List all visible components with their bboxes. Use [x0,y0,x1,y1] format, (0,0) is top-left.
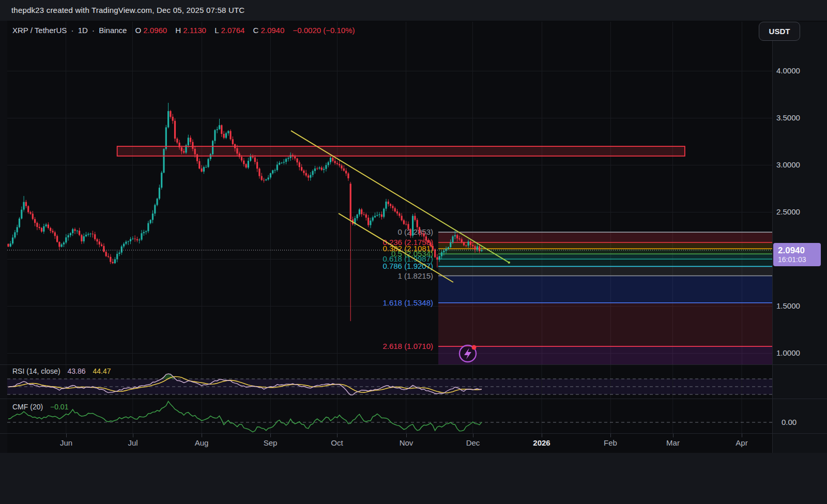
trendline [339,213,453,282]
cmf-pane[interactable] [0,399,827,433]
time-axis-tick [610,434,611,437]
time-axis-label: Sep [264,438,278,447]
time-axis-tick [337,434,338,437]
pane-separator[interactable] [0,399,827,399]
time-axis-tick [66,434,67,437]
footer: TradingView [0,453,827,504]
time-axis-label: Nov [400,438,414,447]
low-letter: L [215,26,219,35]
price-axis-label: 3.5000 [776,113,800,122]
high-letter: H [175,26,181,35]
bar-countdown: 16:01:03 [778,255,821,264]
fib-level-label: 1.618 (1.5348) [382,298,433,307]
rsi-name[interactable]: RSI (14, close) [12,367,60,375]
separator-dot: · [92,26,95,35]
supply-zone [117,146,685,156]
lightning-reaction-icon[interactable] [460,345,477,362]
cmf-indicator-legend[interactable]: CMF (20) −0.01 [12,403,68,411]
price-axis-label: 1.5000 [776,301,800,310]
symbol-name[interactable]: XRP / TetherUS [12,26,67,35]
interval-label[interactable]: 1D [78,26,88,35]
open-letter: O [135,26,142,35]
time-axis-label: Oct [331,438,343,447]
tradingview-screenshot: thepdk23 created with TradingView.com, D… [0,0,827,504]
price-axis-label: 1.0000 [776,348,800,357]
time-axis-tick [673,434,673,437]
attribution-bar: thepdk23 created with TradingView.com, D… [0,0,827,21]
close-value: 2.0940 [261,26,284,35]
time-axis-tick [133,434,133,437]
time-axis-tick [742,434,742,437]
high-value: 2.1130 [183,26,206,35]
fib-level-label: 2.618 (1.0710) [382,342,433,350]
rsi-indicator-legend[interactable]: RSI (14, close) 43.86 44.47 [12,367,111,375]
time-axis-tick [202,434,202,437]
time-axis-label: Mar [666,438,680,447]
price-axis-label: 3.0000 [776,160,800,169]
axis-separator [772,22,773,453]
currency-toggle-button[interactable]: USDT [759,22,800,41]
time-axis-label: Dec [466,438,480,447]
time-axis-label: Jun [60,438,72,447]
fib-level-label: 0 (2.2853) [398,227,433,236]
price-axis-label: 4.0000 [776,66,800,75]
fibonacci-retracement: 0 (2.2853)0.236 (2.1758)0.382 (2.1081)0.… [382,227,772,364]
attribution-text: thepdk23 created with TradingView.com, D… [11,6,244,14]
rsi-value: 43.86 [67,367,85,375]
time-axis-label: Jul [128,438,137,447]
fib-level-label: 1 (1.8215) [398,271,433,280]
price-axis-label: 2.5000 [776,207,800,216]
low-value: 2.0764 [221,26,244,35]
symbol-header[interactable]: XRP / TetherUS · 1D · Binance O2.0960 H2… [12,26,357,35]
separator-dot: · [71,26,74,35]
pane-separator [0,433,827,434]
pane-separator[interactable] [0,364,827,365]
time-axis-label: Feb [604,438,617,447]
main-price-pane[interactable]: 0 (2.2853)0.236 (2.1758)0.382 (2.1081)0.… [0,22,827,365]
cmf-name[interactable]: CMF (20) [12,403,43,411]
current-price-label: 2.0940 16:01:03 [773,243,821,266]
cmf-value: −0.01 [50,403,68,411]
time-axis-tick [542,434,542,437]
exchange-label: Binance [99,26,127,35]
time-axis-tick [406,434,407,437]
time-axis-tick [473,434,473,437]
close-letter: C [253,26,259,35]
time-axis-label: Aug [195,438,209,447]
cmf-line [8,402,482,432]
open-value: 2.0960 [143,26,167,35]
cmf-zero-axis-label: 0.00 [782,418,797,426]
time-axis-label: 2026 [533,438,550,447]
current-price-value: 2.0940 [778,246,821,255]
rsi-ma-value: 44.47 [93,367,111,375]
rsi-pane[interactable] [0,365,827,399]
time-axis-label: Apr [736,438,747,447]
time-axis-tick [270,434,271,437]
change-value: −0.0020 (−0.10%) [293,26,355,35]
